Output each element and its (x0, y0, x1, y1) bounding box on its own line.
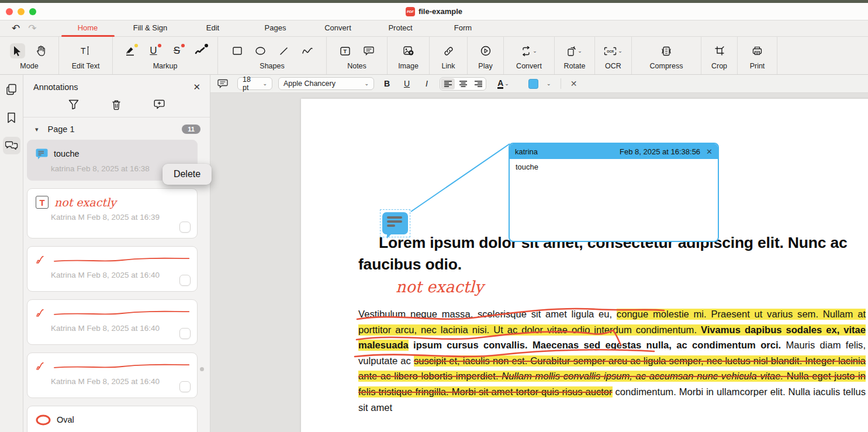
ink-annotation-icon (36, 309, 45, 318)
font-color-chevron-icon: ⌄ (504, 81, 509, 87)
note-annotation-icon (36, 148, 48, 160)
underline-format-button[interactable]: U (400, 77, 414, 90)
font-color-letter: A (497, 79, 503, 89)
bookmarks-button[interactable] (3, 109, 20, 126)
highlight-color-dot (134, 44, 138, 47)
toolbar-group-print: Print (738, 37, 777, 74)
crop-button[interactable] (712, 43, 727, 58)
free-text-annotation[interactable]: not exactly (396, 278, 483, 296)
font-family-value: Apple Chancery (283, 80, 336, 88)
filter-annotations-button[interactable] (68, 99, 79, 110)
annotation-checkbox[interactable] (179, 328, 191, 339)
pdf-page: katrina Feb 8, 2025 at 16:38:56 ✕ touche… (301, 99, 868, 432)
svg-text:T: T (81, 46, 86, 56)
align-right-button[interactable] (471, 78, 485, 89)
compress-button[interactable] (659, 43, 674, 58)
comment-popup[interactable]: katrina Feb 8, 2025 at 16:38:56 ✕ touche (509, 143, 719, 242)
tab-home[interactable]: Home (57, 20, 119, 37)
strikeout-button[interactable]: S (170, 43, 185, 58)
rectangle-shape-button[interactable] (230, 43, 245, 58)
toolbar-group-play: Play (468, 37, 504, 74)
pen-color-dot (205, 44, 208, 47)
comment-body[interactable]: touche (510, 159, 718, 241)
play-button[interactable] (478, 43, 493, 58)
color-chevron-icon: ⌄ (547, 81, 551, 87)
annotation-color-button[interactable]: ⌄ (528, 79, 551, 89)
annotation-card-oval[interactable]: OvalKatrina M Feb 8, 2025 at 16:40 (27, 406, 198, 432)
annotations-panel-button[interactable] (3, 137, 20, 154)
align-left-icon (444, 81, 452, 87)
hand-mode-button[interactable] (33, 43, 49, 58)
annotation-card-text[interactable]: Tnot exactlyKatrina M Feb 8, 2025 at 16:… (27, 188, 198, 239)
draw-pen-button[interactable] (193, 43, 208, 58)
delete-annotations-button[interactable] (112, 99, 121, 110)
align-center-button[interactable] (456, 78, 470, 89)
annotation-checkbox[interactable] (179, 222, 191, 233)
annotation-card-ink[interactable]: Katrina M Feb 8, 2025 at 16:40 (27, 299, 198, 345)
rotate-button[interactable]: ⌄ (564, 43, 585, 58)
oval-annotation-icon (36, 414, 51, 426)
group-label-markup: Markup (153, 62, 178, 70)
alignment-group (440, 77, 486, 91)
comment-note-button[interactable] (361, 43, 376, 58)
annotations-close-icon[interactable]: ✕ (193, 82, 200, 92)
annotation-count-badge: 11 (182, 125, 200, 134)
annotation-card-ink[interactable]: Katrina M Feb 8, 2025 at 16:40 (27, 246, 198, 292)
scribble-shape-button[interactable] (300, 43, 315, 58)
tab-fill-sign[interactable]: Fill & Sign (119, 20, 182, 37)
comment-bubble-icon (364, 46, 374, 56)
tab-edit[interactable]: Edit (182, 20, 244, 37)
toolbar-group-notes: T Notes (327, 37, 388, 74)
scrollbar-thumb[interactable] (200, 367, 204, 371)
cursor-arrow-icon (13, 46, 22, 56)
comment-close-icon[interactable]: ✕ (706, 147, 713, 156)
ink-annotation-icon (36, 255, 45, 265)
oval-shape-button[interactable] (253, 43, 268, 58)
tab-pages[interactable]: Pages (244, 20, 307, 37)
select-mode-button[interactable] (10, 43, 25, 58)
tab-protect[interactable]: Protect (369, 20, 432, 37)
note-properties-icon[interactable] (217, 79, 228, 88)
main-toolbar: Mode T Edit Text U S (0, 37, 868, 75)
convert-button[interactable]: ⌄ (518, 43, 540, 58)
close-format-bar-button[interactable]: ✕ (567, 77, 581, 90)
annotation-checkbox[interactable] (179, 381, 191, 392)
align-left-button[interactable] (441, 78, 455, 89)
annotation-card-ink[interactable]: Katrina M Feb 8, 2025 at 16:40 (27, 352, 198, 398)
highlight-button[interactable] (123, 43, 138, 58)
add-comment-button[interactable] (154, 99, 165, 110)
tab-form[interactable]: Form (432, 20, 494, 37)
document-viewport[interactable]: katrina Feb 8, 2025 at 16:38:56 ✕ touche… (210, 93, 868, 432)
edit-text-button[interactable]: T (78, 43, 94, 58)
collapse-chevron-icon: ▾ (35, 126, 39, 133)
ink-stroke-preview (53, 308, 190, 319)
italic-button[interactable]: I (420, 77, 434, 90)
text-note-button[interactable]: T (338, 43, 353, 58)
print-button[interactable] (750, 43, 765, 58)
group-label-compress: Compress (650, 62, 683, 70)
align-center-icon (459, 81, 467, 87)
tab-convert[interactable]: Convert (307, 20, 369, 37)
page-group-header[interactable]: ▾ Page 1 11 (23, 117, 210, 139)
line-shape-button[interactable] (276, 43, 292, 58)
font-family-select[interactable]: Apple Chancery ⌄ (278, 77, 374, 90)
annotation-checkbox[interactable] (179, 275, 191, 286)
ink-annotation-icon (36, 362, 45, 371)
redo-icon[interactable]: ↷ (28, 22, 36, 34)
bold-button[interactable]: B (380, 77, 394, 90)
context-menu-delete[interactable]: Delete (162, 164, 212, 185)
undo-icon[interactable]: ↶ (12, 22, 20, 34)
ink-stroke-preview (53, 361, 190, 372)
insert-image-button[interactable] (401, 43, 416, 58)
font-size-select[interactable]: 18 pt ⌄ (237, 77, 272, 90)
play-circle-icon (480, 46, 491, 56)
underline-button[interactable]: U (146, 43, 161, 58)
comment-add-icon (154, 99, 165, 109)
page-thumbnails-button[interactable] (3, 81, 20, 98)
comment-author: katrina (515, 147, 620, 156)
ocr-button[interactable]: OCR ⌄ (601, 43, 625, 58)
link-icon (444, 46, 454, 56)
insert-link-button[interactable] (441, 43, 456, 58)
toolbar-group-markup: U S Markup (113, 37, 218, 74)
font-color-button[interactable]: A ⌄ (492, 77, 514, 90)
